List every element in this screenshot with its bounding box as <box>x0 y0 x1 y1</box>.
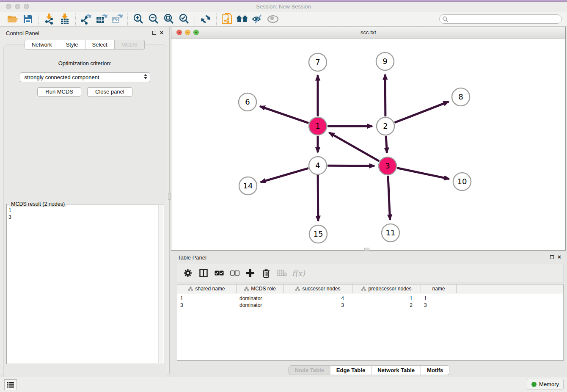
column-header-predecessor-nodes[interactable]: predecessor nodes <box>352 284 421 293</box>
table-cell[interactable]: 1 <box>421 295 457 302</box>
close-table-panel-icon[interactable]: × <box>558 255 561 259</box>
graph-node-15[interactable]: 15 <box>309 225 327 243</box>
graph-edge-4-3[interactable] <box>328 166 374 166</box>
network-titlebar[interactable]: × − + scc.txt <box>171 27 565 39</box>
zoom-fit-icon <box>163 14 174 25</box>
import-table-button[interactable] <box>57 13 72 25</box>
memory-button[interactable]: Memory <box>527 379 564 389</box>
close-panel-icon[interactable]: × <box>160 31 163 35</box>
deselect-checkboxes-icon <box>230 271 239 276</box>
tab-edge-table[interactable]: Edge Table <box>330 365 372 375</box>
import-network-button[interactable] <box>42 13 57 25</box>
graph-edge-2-3[interactable] <box>386 136 387 153</box>
criterion-dropdown[interactable]: strongly connected component <box>20 72 150 82</box>
graph-edge-3-10[interactable] <box>397 168 449 179</box>
search-icon <box>442 16 448 22</box>
graph-edge-2-9[interactable] <box>385 75 385 116</box>
graph-node-3[interactable]: 3 <box>379 157 396 175</box>
graph-node-2[interactable]: 2 <box>377 117 394 135</box>
horizontal-splitter-grip[interactable] <box>364 248 369 251</box>
tab-style[interactable]: Style <box>59 40 85 50</box>
result-scrollbar[interactable] <box>158 205 163 363</box>
table-cell[interactable]: 4 <box>284 295 352 302</box>
graph-edge-1-6[interactable] <box>260 106 308 123</box>
column-header-shared-name[interactable]: shared name <box>177 284 237 293</box>
column-header-successor-nodes[interactable]: successor nodes <box>284 284 352 293</box>
tab-network[interactable]: Network <box>25 40 59 50</box>
graph-edge-2-8[interactable] <box>394 102 449 122</box>
toolbar-separator <box>195 13 195 25</box>
column-type-icon <box>188 287 193 291</box>
toolbar-separator <box>127 13 128 25</box>
deselect-all-columns-button[interactable] <box>228 266 242 280</box>
apply-layout-button[interactable] <box>198 13 213 25</box>
table-cell[interactable]: 1 <box>352 295 421 302</box>
tab-node-table[interactable]: Node Table <box>289 365 330 375</box>
svg-text:15: 15 <box>314 229 323 238</box>
delete-table-button[interactable] <box>275 266 289 280</box>
zoom-selected-button[interactable] <box>176 13 192 25</box>
save-session-button[interactable] <box>20 13 36 25</box>
column-type-icon <box>295 287 300 291</box>
function-builder-button[interactable]: f(x) <box>292 269 305 278</box>
graph-node-11[interactable]: 11 <box>382 224 399 242</box>
graph-edge-3-11[interactable] <box>388 176 390 220</box>
close-panel-button[interactable]: Close panel <box>87 87 132 97</box>
table-cell[interactable]: 3 <box>284 302 352 309</box>
delete-column-button[interactable] <box>259 266 273 280</box>
node-table: shared name MCDS role successor nodes pr… <box>177 284 564 361</box>
graph-node-14[interactable]: 14 <box>239 177 257 195</box>
graph-node-7[interactable]: 7 <box>309 53 327 71</box>
refresh-layout-icon <box>201 14 211 24</box>
graph-node-1[interactable]: 1 <box>309 117 327 135</box>
graph-edge-4-14[interactable] <box>261 168 308 182</box>
zoom-out-button[interactable] <box>146 13 161 25</box>
tab-select[interactable]: Select <box>85 40 115 50</box>
graph-edge-3-1[interactable] <box>329 133 379 161</box>
table-cell[interactable]: 2 <box>352 302 421 309</box>
export-image-button[interactable] <box>109 13 124 25</box>
search-input[interactable] <box>439 14 562 24</box>
network-graph[interactable]: 7968124314101511 <box>171 39 565 251</box>
select-all-columns-button[interactable] <box>212 266 226 280</box>
task-history-button[interactable] <box>4 379 17 390</box>
graph-node-8[interactable]: 8 <box>452 88 470 106</box>
float-panel-icon[interactable] <box>152 31 156 35</box>
tab-mcds[interactable]: MCDS <box>115 40 145 50</box>
eye-disabled-button[interactable] <box>265 13 281 25</box>
float-table-panel-icon[interactable] <box>550 255 554 259</box>
run-mcds-button[interactable]: Run MCDS <box>37 87 81 97</box>
optimization-criterion-label: Optimization criterion: <box>4 60 166 66</box>
table-settings-button[interactable] <box>181 266 195 280</box>
export-table-button[interactable] <box>94 13 109 25</box>
graph-node-9[interactable]: 9 <box>376 52 394 70</box>
table-cell[interactable]: dominator <box>237 302 284 309</box>
table-cell[interactable]: dominator <box>237 295 284 302</box>
table-row[interactable]: 1dominator411 <box>177 295 563 302</box>
graph-node-6[interactable]: 6 <box>239 93 256 111</box>
vertical-splitter-grip[interactable] <box>168 193 171 200</box>
export-network-button[interactable] <box>79 13 94 25</box>
table-row[interactable]: 3dominator323 <box>177 302 563 309</box>
zoom-fit-button[interactable] <box>161 13 176 25</box>
graph-node-4[interactable]: 4 <box>309 157 327 174</box>
graph-node-10[interactable]: 10 <box>453 173 471 190</box>
table-cell[interactable]: 3 <box>177 302 237 309</box>
import-network-icon <box>44 14 55 25</box>
table-cell[interactable]: 1 <box>177 295 237 302</box>
eye-disabled-icon <box>267 15 279 23</box>
show-panels-button[interactable] <box>235 13 250 25</box>
duplicate-network-button[interactable] <box>220 13 235 25</box>
tab-motifs[interactable]: Motifs <box>421 365 449 375</box>
tab-network-table[interactable]: Network Table <box>372 365 421 375</box>
zoom-in-button[interactable] <box>131 13 146 25</box>
svg-text:8: 8 <box>458 92 463 101</box>
table-cell[interactable]: 3 <box>421 302 457 309</box>
column-header-name[interactable]: name <box>421 284 457 293</box>
column-header-mcds-role[interactable]: MCDS role <box>237 284 284 293</box>
graph-edge-4-15[interactable] <box>318 175 318 221</box>
hide-graphics-button[interactable] <box>250 13 265 25</box>
create-column-button[interactable] <box>243 266 257 280</box>
open-session-button[interactable] <box>5 13 20 25</box>
show-columns-button[interactable] <box>196 266 210 280</box>
